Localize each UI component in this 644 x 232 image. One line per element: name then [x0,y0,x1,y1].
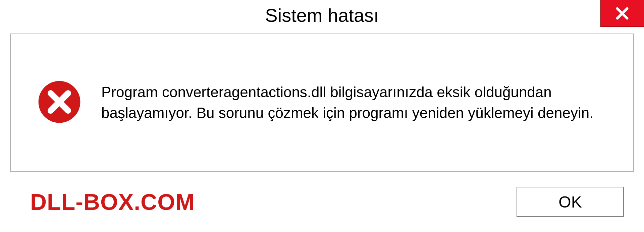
watermark-text: DLL-BOX.COM [30,189,195,215]
content-area: Program converteragentactions.dll bilgis… [10,34,634,172]
error-icon-wrapper [38,80,81,125]
error-message: Program converteragentactions.dll bilgis… [101,82,606,123]
error-icon [38,80,81,124]
footer-area: DLL-BOX.COM OK [10,178,634,225]
title-bar: Sistem hatası [0,0,644,30]
dialog-title: Sistem hatası [265,4,379,26]
error-dialog: Sistem hatası Program converteragentacti… [0,0,644,232]
close-button[interactable] [600,0,644,27]
close-icon [615,6,630,21]
ok-button[interactable]: OK [517,187,624,217]
